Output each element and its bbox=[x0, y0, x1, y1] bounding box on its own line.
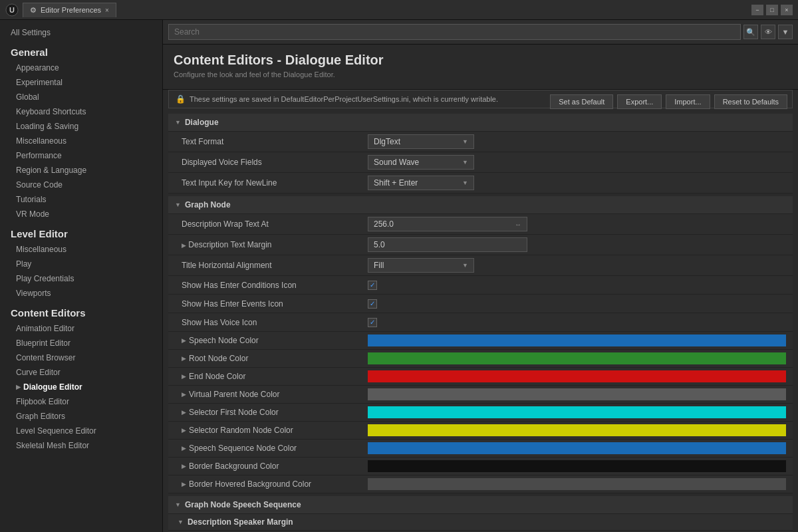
sidebar-item-miscellaneous-general[interactable]: Miscellaneous bbox=[0, 134, 162, 148]
graph-node-speech-sequence-header[interactable]: ▼ Graph Node Speech Sequence bbox=[168, 496, 793, 514]
sidebar-item-source-code[interactable]: Source Code bbox=[0, 178, 162, 192]
end-node-color-bar[interactable] bbox=[368, 370, 786, 382]
displayed-voice-fields-control: Sound Wave ▼ bbox=[368, 155, 786, 170]
dialogue-section-arrow: ▼ bbox=[175, 119, 181, 126]
selector-random-expand-icon[interactable]: ▶ bbox=[182, 427, 186, 434]
description-speaker-margin-title: Description Speaker Margin bbox=[188, 517, 293, 527]
sidebar-item-play[interactable]: Play bbox=[0, 257, 162, 271]
window-controls: − □ × bbox=[751, 5, 793, 15]
show-voice-icon-checkbox[interactable] bbox=[368, 318, 377, 327]
speech-sequence-section-title: Graph Node Speech Sequence bbox=[185, 500, 301, 509]
description-wrap-text-input[interactable]: 256.0 ↔ bbox=[368, 217, 527, 231]
sidebar-item-level-sequence-editor[interactable]: Level Sequence Editor bbox=[0, 424, 162, 438]
selector-random-color-bar[interactable] bbox=[368, 424, 786, 436]
sidebar-item-loading-saving[interactable]: Loading & Saving bbox=[0, 119, 162, 134]
speech-sequence-expand-icon[interactable]: ▶ bbox=[182, 445, 186, 452]
text-input-key-dropdown[interactable]: Shift + Enter ▼ bbox=[368, 176, 474, 190]
text-format-row: Text Format DlgText ▼ bbox=[168, 132, 793, 152]
speech-sequence-color-bar[interactable] bbox=[368, 442, 786, 454]
reset-to-defaults-button[interactable]: Reset to Defaults bbox=[714, 94, 787, 109]
expand-arrow-icon[interactable]: ▶ bbox=[182, 242, 186, 249]
speech-sequence-color-row: ▶ Speech Sequence Node Color bbox=[168, 440, 793, 458]
sidebar-item-global[interactable]: Global bbox=[0, 90, 162, 104]
sidebar-item-skeletal-mesh-editor[interactable]: Skeletal Mesh Editor bbox=[0, 438, 162, 453]
description-speaker-margin-arrow: ▼ bbox=[178, 519, 184, 525]
dropdown-arrow-icon4: ▼ bbox=[462, 262, 468, 269]
search-button[interactable]: 🔍 bbox=[743, 25, 758, 39]
show-enter-events-row: Show Has Enter Events Icon bbox=[168, 295, 793, 313]
import-button[interactable]: Import... bbox=[666, 94, 710, 109]
tab-close-button[interactable]: × bbox=[105, 7, 109, 14]
page-title: Content Editors - Dialogue Editor bbox=[174, 53, 787, 68]
sidebar-item-blueprint-editor[interactable]: Blueprint Editor bbox=[0, 336, 162, 350]
speech-node-color-bar[interactable] bbox=[368, 334, 786, 346]
svg-text:U: U bbox=[9, 6, 15, 14]
sidebar-item-curve-editor[interactable]: Curve Editor bbox=[0, 365, 162, 380]
virtual-parent-expand-icon[interactable]: ▶ bbox=[182, 391, 186, 398]
selector-first-expand-icon[interactable]: ▶ bbox=[182, 409, 186, 416]
end-node-color-row: ▶ End Node Color bbox=[168, 368, 793, 386]
description-text-margin-input[interactable]: 5.0 bbox=[368, 237, 527, 252]
minimize-button[interactable]: − bbox=[751, 5, 763, 15]
sidebar-item-tutorials[interactable]: Tutorials bbox=[0, 192, 162, 207]
graph-node-section: ▼ Graph Node Description Wrap Text At 25… bbox=[168, 196, 793, 493]
border-bg-expand-icon[interactable]: ▶ bbox=[182, 463, 186, 469]
virtual-parent-color-label: ▶ Virtual Parent Node Color bbox=[182, 390, 368, 399]
set-as-default-button[interactable]: Set as Default bbox=[550, 94, 613, 109]
dialogue-section-header[interactable]: ▼ Dialogue bbox=[168, 114, 793, 132]
close-button[interactable]: × bbox=[781, 5, 793, 15]
root-node-color-bar[interactable] bbox=[368, 352, 786, 364]
show-enter-conditions-checkbox[interactable] bbox=[368, 281, 377, 290]
editor-preferences-tab[interactable]: ⚙ Editor Preferences × bbox=[23, 3, 116, 17]
sidebar-item-miscellaneous-level[interactable]: Miscellaneous bbox=[0, 242, 162, 257]
expand-button[interactable]: ▼ bbox=[778, 25, 793, 39]
title-horizontal-alignment-label: Title Horizontal Alignment bbox=[182, 261, 368, 270]
title-bar: U ⚙ Editor Preferences × − □ × bbox=[0, 0, 798, 20]
sidebar-item-experimental[interactable]: Experimental bbox=[0, 75, 162, 90]
selector-random-color-label: ▶ Selector Random Node Color bbox=[182, 426, 368, 435]
sidebar-item-flipbook-editor[interactable]: Flipbook Editor bbox=[0, 394, 162, 409]
title-horizontal-alignment-dropdown[interactable]: Fill ▼ bbox=[368, 258, 474, 273]
virtual-parent-color-bar[interactable] bbox=[368, 388, 786, 400]
description-text-margin-row: ▶ Description Text Margin 5.0 bbox=[168, 235, 793, 255]
dialogue-section: ▼ Dialogue Text Format DlgText ▼ Display… bbox=[168, 114, 793, 194]
text-format-control: DlgText ▼ bbox=[368, 134, 786, 149]
graph-node-section-header[interactable]: ▼ Graph Node bbox=[168, 196, 793, 214]
sidebar-item-appearance[interactable]: Appearance bbox=[0, 61, 162, 75]
sidebar-item-animation-editor[interactable]: Animation Editor bbox=[0, 321, 162, 336]
sidebar-item-content-browser[interactable]: Content Browser bbox=[0, 350, 162, 365]
export-button[interactable]: Export... bbox=[617, 94, 662, 109]
sidebar-item-viewports[interactable]: Viewports bbox=[0, 286, 162, 301]
text-format-dropdown[interactable]: DlgText ▼ bbox=[368, 134, 474, 149]
speech-sequence-color-label: ▶ Speech Sequence Node Color bbox=[182, 444, 368, 453]
show-enter-events-checkbox[interactable] bbox=[368, 299, 377, 309]
maximize-button[interactable]: □ bbox=[766, 5, 778, 15]
sidebar-item-region-language[interactable]: Region & Language bbox=[0, 163, 162, 178]
text-input-key-control: Shift + Enter ▼ bbox=[368, 176, 786, 190]
border-hovered-expand-icon[interactable]: ▶ bbox=[182, 481, 186, 487]
search-input[interactable] bbox=[168, 24, 741, 40]
page-header: Content Editors - Dialogue Editor Config… bbox=[163, 45, 798, 90]
selector-first-color-row: ▶ Selector First Node Color bbox=[168, 404, 793, 422]
sidebar-item-graph-editors[interactable]: Graph Editors bbox=[0, 409, 162, 424]
border-background-color-label: ▶ Border Background Color bbox=[182, 462, 368, 471]
sidebar-item-play-credentials[interactable]: Play Credentials bbox=[0, 271, 162, 286]
speech-node-expand-icon[interactable]: ▶ bbox=[182, 337, 186, 344]
selector-first-color-bar[interactable] bbox=[368, 406, 786, 418]
sidebar-all-settings[interactable]: All Settings bbox=[0, 25, 162, 40]
sidebar-item-vr-mode[interactable]: VR Mode bbox=[0, 207, 162, 221]
displayed-voice-fields-dropdown[interactable]: Sound Wave ▼ bbox=[368, 155, 474, 170]
border-hovered-color-bar[interactable] bbox=[368, 478, 786, 490]
sidebar-item-keyboard-shortcuts[interactable]: Keyboard Shortcuts bbox=[0, 104, 162, 119]
border-hovered-color-row: ▶ Border Hovered Background Color bbox=[168, 475, 793, 493]
speech-node-color-row: ▶ Speech Node Color bbox=[168, 332, 793, 350]
description-wrap-text-row: Description Wrap Text At 256.0 ↔ bbox=[168, 214, 793, 235]
root-node-expand-icon[interactable]: ▶ bbox=[182, 355, 186, 362]
sidebar-item-dialogue-editor[interactable]: ▶ Dialogue Editor bbox=[0, 380, 162, 394]
sidebar-item-performance[interactable]: Performance bbox=[0, 148, 162, 163]
description-speaker-margin-header[interactable]: ▼ Description Speaker Margin bbox=[168, 514, 793, 531]
view-options-button[interactable]: 👁 bbox=[761, 25, 775, 39]
border-background-color-bar[interactable] bbox=[368, 460, 786, 472]
selector-first-color-label: ▶ Selector First Node Color bbox=[182, 408, 368, 417]
end-node-expand-icon[interactable]: ▶ bbox=[182, 373, 186, 380]
